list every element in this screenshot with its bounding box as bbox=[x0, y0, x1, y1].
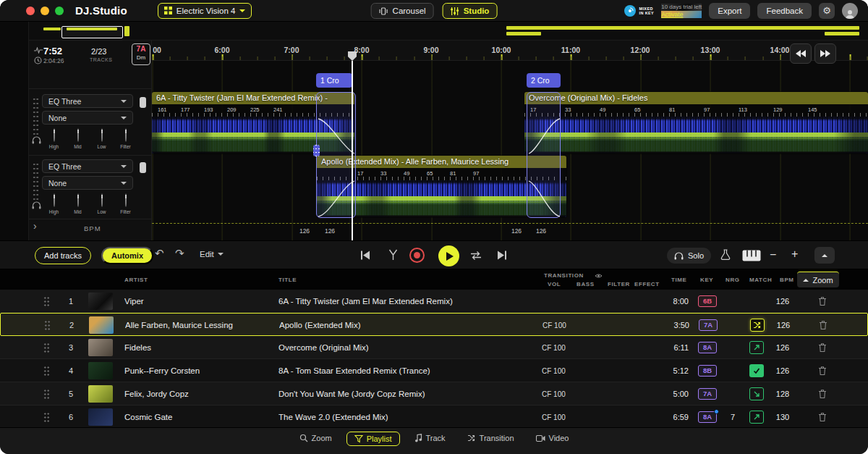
record-button[interactable] bbox=[409, 248, 425, 263]
settings-button[interactable]: ⚙ bbox=[819, 3, 835, 19]
deck2-high-knob[interactable]: High bbox=[42, 194, 66, 214]
edit-menu-button[interactable]: Edit bbox=[200, 250, 224, 258]
table-row[interactable]: 5 Felix, Jordy Copz Don't You Want Me (J… bbox=[0, 382, 868, 405]
deck2-filter-knob[interactable]: Filter bbox=[114, 194, 137, 214]
carousel-button[interactable]: Carousel bbox=[371, 3, 434, 19]
feedback-button[interactable]: Feedback bbox=[757, 3, 812, 19]
match-arrow-up-icon[interactable] bbox=[749, 411, 764, 424]
automix-button[interactable]: Automix bbox=[101, 247, 153, 264]
delete-button[interactable] bbox=[816, 290, 829, 313]
deck1-effect-select[interactable]: None bbox=[42, 111, 133, 125]
drag-handle-icon[interactable] bbox=[33, 162, 39, 203]
match-cell[interactable] bbox=[748, 290, 765, 313]
crossfade-2-badge[interactable]: 2 Cro bbox=[527, 73, 561, 88]
match-check-icon[interactable] bbox=[749, 364, 764, 377]
playlist-zoom-button[interactable]: Zoom bbox=[797, 272, 839, 287]
match-cell[interactable] bbox=[748, 382, 765, 405]
timeline-clip-overcome[interactable]: Overcome (Original Mix) - Fideles 173349… bbox=[524, 92, 868, 154]
view-tab-zoom[interactable]: Zoom bbox=[292, 432, 339, 445]
table-row[interactable]: 3 Fideles Overcome (Original Mix) CF 100… bbox=[0, 336, 868, 359]
drag-handle-icon[interactable] bbox=[44, 320, 51, 331]
table-row[interactable]: 6 Cosmic Gate The Wave 2.0 (Extended Mix… bbox=[0, 405, 868, 427]
skip-to-end-button[interactable] bbox=[496, 250, 507, 261]
table-row[interactable]: 1 Viper 6A - Titty Twister (Jam El Mar E… bbox=[0, 290, 868, 313]
play-button[interactable] bbox=[438, 245, 459, 266]
delete-button[interactable] bbox=[816, 382, 829, 405]
studio-button[interactable]: Studio bbox=[443, 3, 498, 19]
view-tab-video[interactable]: Video bbox=[529, 432, 576, 445]
delete-button[interactable] bbox=[816, 336, 829, 359]
drag-handle-icon[interactable] bbox=[43, 389, 50, 400]
delete-button[interactable] bbox=[817, 314, 830, 337]
timeline-overview[interactable] bbox=[29, 22, 868, 41]
mixed-in-key-badge[interactable]: MIXEDIN KEY bbox=[624, 5, 654, 17]
transition-cell[interactable]: CF 100 bbox=[542, 382, 592, 405]
skip-to-start-button[interactable] bbox=[360, 250, 371, 261]
zoom-in-button[interactable]: + bbox=[791, 246, 798, 262]
view-tab-track[interactable]: Track bbox=[407, 432, 453, 445]
overview-zoom-window[interactable] bbox=[61, 26, 123, 38]
effects-button[interactable] bbox=[720, 249, 731, 261]
project-selector[interactable]: Electric Vision 4 bbox=[158, 3, 252, 19]
drag-handle-icon[interactable] bbox=[43, 296, 50, 307]
timeline-ruler[interactable]: 006:007:008:009:0010:0011:0012:0013:0014… bbox=[152, 41, 868, 61]
keyboard-button[interactable] bbox=[742, 250, 761, 261]
transition-cell[interactable]: CF 100 bbox=[542, 359, 592, 382]
crossfade-drag-handle[interactable] bbox=[313, 145, 320, 156]
solo-button[interactable]: Solo bbox=[667, 248, 711, 264]
match-arrow-down-icon[interactable] bbox=[749, 387, 764, 400]
deck2-mid-knob[interactable]: Mid bbox=[66, 194, 90, 214]
match-cell[interactable] bbox=[748, 336, 765, 359]
crossfade-1-badge[interactable]: 1 Cro bbox=[316, 73, 352, 88]
deck1-mid-knob[interactable]: Mid bbox=[66, 129, 90, 149]
drag-handle-icon[interactable] bbox=[43, 412, 50, 423]
fast-forward-button[interactable] bbox=[814, 43, 836, 64]
undo-button[interactable]: ↶ bbox=[155, 247, 164, 260]
table-row-selected[interactable]: 2 Alle Farben, Maurice Lessing Apollo (E… bbox=[0, 313, 868, 336]
export-button[interactable]: Export bbox=[709, 3, 750, 19]
drag-handle-icon[interactable] bbox=[43, 342, 50, 353]
deck1-high-knob[interactable]: High bbox=[42, 129, 66, 149]
minimize-window-button[interactable] bbox=[41, 7, 49, 15]
transition-cell[interactable] bbox=[542, 290, 592, 313]
match-cell[interactable] bbox=[748, 405, 765, 427]
match-cell[interactable] bbox=[749, 314, 766, 337]
view-tab-transition[interactable]: Transition bbox=[460, 432, 522, 445]
match-arrow-up-icon[interactable] bbox=[749, 341, 764, 354]
delete-button[interactable] bbox=[816, 359, 829, 382]
deck2-low-knob[interactable]: Low bbox=[90, 194, 114, 214]
bpm-automation-line[interactable] bbox=[152, 223, 868, 224]
transition-cell[interactable]: CF 100 bbox=[542, 405, 592, 427]
headphones-icon[interactable] bbox=[32, 201, 41, 209]
redo-button[interactable]: ↷ bbox=[175, 247, 184, 260]
collapse-timeline-button[interactable] bbox=[814, 247, 835, 264]
maximize-window-button[interactable] bbox=[55, 7, 64, 15]
delete-button[interactable] bbox=[816, 405, 829, 427]
metronome-button[interactable] bbox=[388, 249, 399, 261]
deck1-eq-select[interactable]: EQ Three bbox=[42, 94, 133, 108]
headphones-icon[interactable] bbox=[32, 136, 41, 144]
transition-cell[interactable]: CF 100 bbox=[542, 314, 593, 337]
view-tab-playlist[interactable]: Playlist bbox=[346, 432, 400, 446]
expand-bpm-chevron[interactable]: › bbox=[33, 220, 37, 232]
deck2-eq-select[interactable]: EQ Three bbox=[42, 159, 133, 173]
deck1-fader-handle[interactable] bbox=[140, 97, 146, 108]
match-cell[interactable] bbox=[748, 359, 765, 382]
transition-cell[interactable]: CF 100 bbox=[542, 336, 592, 359]
drag-handle-icon[interactable] bbox=[33, 97, 39, 138]
drag-handle-icon[interactable] bbox=[43, 366, 50, 377]
add-tracks-button[interactable]: Add tracks bbox=[35, 247, 91, 264]
deck2-effect-select[interactable]: None bbox=[42, 176, 133, 190]
deck2-fader-handle[interactable] bbox=[140, 162, 146, 173]
shuffle-match-icon[interactable] bbox=[750, 319, 765, 332]
playhead-line[interactable] bbox=[352, 61, 353, 240]
eye-icon[interactable] bbox=[595, 273, 603, 279]
deck1-filter-knob[interactable]: Filter bbox=[114, 129, 137, 149]
crossfade-2-region[interactable] bbox=[527, 92, 561, 218]
table-row[interactable]: 4 Punk--Ferry Corsten 8A - Tom Staar Ext… bbox=[0, 359, 868, 382]
loop-button[interactable] bbox=[470, 251, 482, 261]
deck1-low-knob[interactable]: Low bbox=[90, 129, 114, 149]
close-window-button[interactable] bbox=[26, 7, 35, 15]
activate-link[interactable]: Activate bbox=[661, 11, 702, 18]
user-avatar[interactable] bbox=[842, 3, 858, 19]
